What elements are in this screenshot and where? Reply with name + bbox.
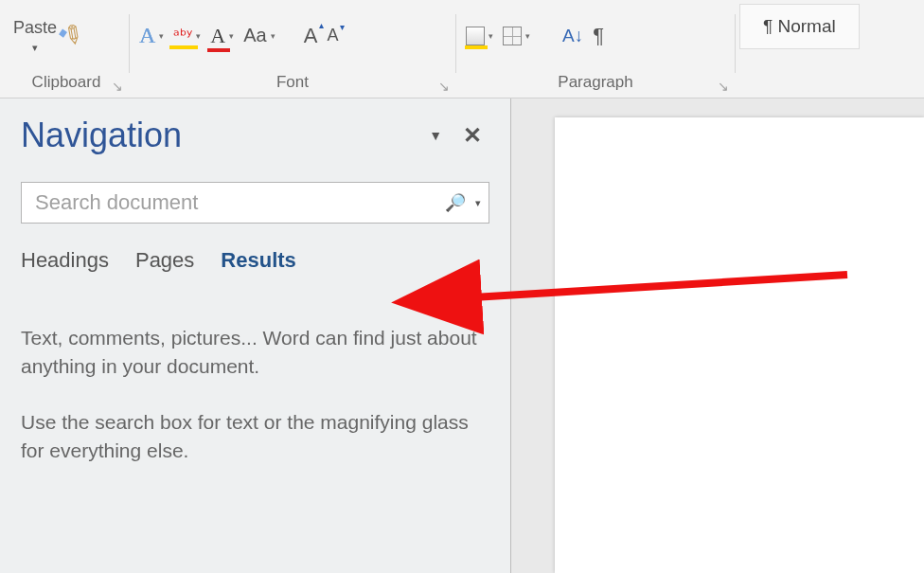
shading-button[interactable]: ▾ xyxy=(466,27,493,45)
ribbon: Paste ▾ ✎ Clipboard ↘ A ▾ ᵃᵇʸ ▾ A xyxy=(0,0,924,98)
ribbon-group-paragraph: ▾ ▾ A↓ ¶ Paragraph ↘ xyxy=(458,0,733,94)
borders-button[interactable]: ▾ xyxy=(503,27,530,45)
chevron-down-icon: ▾ xyxy=(196,31,201,41)
navigation-close-button[interactable]: ✕ xyxy=(455,120,489,151)
ribbon-divider xyxy=(129,14,130,73)
sort-button[interactable]: A↓ xyxy=(562,26,583,46)
grow-font-button[interactable]: A▴ xyxy=(304,24,318,48)
group-label-paragraph: Paragraph xyxy=(558,73,632,92)
dialog-launcher-icon[interactable]: ↘ xyxy=(438,79,450,94)
text-effects-button[interactable]: A ▾ xyxy=(139,23,164,48)
ribbon-divider xyxy=(735,14,736,73)
chevron-down-icon: ▼ xyxy=(429,128,442,143)
sort-icon: A↓ xyxy=(562,26,583,46)
shading-icon xyxy=(466,27,485,45)
navigation-tabs: Headings Pages Results xyxy=(21,248,489,273)
show-marks-button[interactable]: ¶ xyxy=(593,24,604,48)
navigation-title: Navigation xyxy=(21,116,416,155)
shrink-font-button[interactable]: A▾ xyxy=(327,26,338,45)
tab-results[interactable]: Results xyxy=(221,248,295,273)
ribbon-group-clipboard: Paste ▾ ✎ Clipboard ↘ xyxy=(6,0,127,94)
search-input[interactable] xyxy=(33,189,445,216)
styles-gallery[interactable]: ¶ Normal xyxy=(739,4,860,49)
chevron-down-icon: ▾ xyxy=(525,31,530,41)
group-label-clipboard: Clipboard xyxy=(32,73,101,92)
chevron-down-icon: ▾ xyxy=(489,31,493,41)
navigation-pane: Navigation ▼ ✕ 🔎 ▾ Headings Pages Result… xyxy=(0,98,511,573)
font-color-icon: A xyxy=(210,24,225,48)
chevron-down-icon: ▾ xyxy=(159,31,164,41)
chevron-down-icon: ▾ xyxy=(271,31,275,41)
chevron-down-icon: ▾ xyxy=(32,42,38,54)
paste-label: Paste xyxy=(13,18,57,38)
help-paragraph-2: Use the search box for text or the magni… xyxy=(21,408,489,466)
change-case-button[interactable]: Aa ▾ xyxy=(243,25,275,46)
font-color-button[interactable]: A ▾ xyxy=(210,24,234,48)
change-case-icon: Aa xyxy=(243,25,266,46)
tab-headings[interactable]: Headings xyxy=(21,248,109,273)
ribbon-group-font: A ▾ ᵃᵇʸ ▾ A ▾ Aa ▾ A▴ A▾ Fon xyxy=(132,0,453,94)
highlight-button[interactable]: ᵃᵇʸ ▾ xyxy=(173,26,201,45)
group-label-font: Font xyxy=(276,73,309,92)
letter-a-outline-icon: A xyxy=(139,23,155,48)
format-painter-button[interactable]: ✎ xyxy=(62,21,83,50)
search-options-button[interactable]: ▾ xyxy=(475,197,481,209)
dialog-launcher-icon[interactable]: ↘ xyxy=(718,79,729,94)
document-page[interactable] xyxy=(555,117,924,573)
search-box[interactable]: 🔎 ▾ xyxy=(21,182,489,224)
highlight-icon: ᵃᵇʸ xyxy=(173,26,192,45)
ribbon-group-styles: ¶ Normal xyxy=(737,0,918,94)
tab-pages[interactable]: Pages xyxy=(135,248,194,273)
help-paragraph-1: Text, comments, pictures... Word can fin… xyxy=(21,324,489,382)
style-normal[interactable]: ¶ Normal xyxy=(754,12,845,41)
pilcrow-icon: ¶ xyxy=(593,24,604,48)
chevron-down-icon: ▾ xyxy=(229,31,234,41)
document-area[interactable] xyxy=(511,98,924,573)
dialog-launcher-icon[interactable]: ↘ xyxy=(112,79,123,94)
borders-icon xyxy=(503,27,522,45)
navigation-options-button[interactable]: ▼ xyxy=(416,122,455,149)
lower-area: Navigation ▼ ✕ 🔎 ▾ Headings Pages Result… xyxy=(0,98,924,573)
navigation-help-text: Text, comments, pictures... Word can fin… xyxy=(21,324,489,466)
shrink-font-icon: A▾ xyxy=(327,26,338,45)
ribbon-divider xyxy=(455,14,456,73)
navigation-header: Navigation ▼ ✕ xyxy=(21,116,489,155)
close-icon: ✕ xyxy=(463,122,482,148)
search-icon[interactable]: 🔎 xyxy=(445,192,466,213)
paste-button[interactable]: Paste ▾ xyxy=(8,18,62,54)
grow-font-icon: A▴ xyxy=(304,24,318,48)
